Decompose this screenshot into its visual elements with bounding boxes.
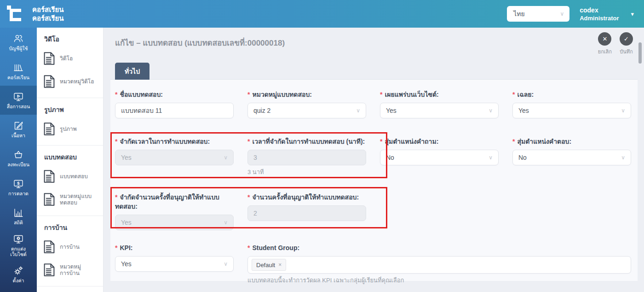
- monitor-play-icon: [12, 91, 24, 102]
- tag-label: Default: [256, 262, 275, 269]
- menu-item-video[interactable]: วิดีโอ: [37, 47, 103, 70]
- required-asterisk: *: [247, 91, 250, 98]
- chevron-down-icon: ∨: [621, 154, 625, 161]
- quiz-category-select[interactable]: quiz 2 ∨: [247, 103, 366, 118]
- cancel-button[interactable]: ✕ ยกเลิก: [598, 32, 612, 56]
- sidebar-item-statistics[interactable]: สถิติ: [0, 202, 37, 231]
- sidebar-item-label: ตั้งค่า: [13, 278, 24, 283]
- shuffle-answers-select[interactable]: No ∨: [512, 150, 631, 165]
- field-value: Yes: [386, 107, 397, 114]
- users-icon: [12, 33, 24, 44]
- icon-sidebar: บัญชีผู้ใช้ คอร์สเรียน สื่อการสอน เนื้อห…: [0, 28, 37, 292]
- shuffle-questions-select[interactable]: No ∨: [380, 150, 499, 165]
- sidebar-item-register[interactable]: ลงทะเบียน: [0, 144, 37, 173]
- menu-item-homework-category[interactable]: หมวดหมู่การบ้าน: [37, 258, 103, 281]
- brand[interactable]: คอร์สเรียน คอร์สเรียน: [6, 5, 63, 23]
- menu-item-video-category[interactable]: หมวดหมู่วิดีโอ: [37, 70, 103, 93]
- field-shuffle-questions: *สุ่มตำแหน่งคำถาม: No ∨: [380, 137, 499, 176]
- menu-section-quiz: แบบทดสอบ แบบทดสอบ หมวดหมู่แบบทดสอบ: [37, 146, 103, 216]
- student-group-tag: Default ×: [252, 259, 286, 271]
- student-group-multiselect[interactable]: Default ×: [247, 256, 631, 274]
- chevron-down-icon: ∨: [489, 107, 493, 114]
- field-label: หมวดหมู่แบบทดสอบ:: [252, 91, 312, 98]
- required-asterisk: *: [115, 138, 117, 145]
- publish-select[interactable]: Yes ∨: [380, 103, 499, 118]
- kpi-select[interactable]: Yes ∨: [115, 256, 234, 272]
- chevron-down-icon: ∨: [224, 219, 228, 226]
- language-select[interactable]: ไทย ∨: [507, 6, 569, 22]
- pencil-document-icon: [12, 120, 24, 131]
- required-asterisk: *: [115, 244, 117, 251]
- field-value: 3: [253, 154, 257, 161]
- sidebar-item-marketing[interactable]: $ การตลาด: [0, 173, 37, 202]
- user-name: codex: [580, 6, 619, 14]
- field-quiz-category: *หมวดหมู่แบบทดสอบ: quiz 2 ∨: [247, 90, 366, 118]
- field-value: 2: [253, 210, 257, 217]
- sidebar-item-teaching-media[interactable]: สื่อการสอน: [0, 86, 37, 115]
- sidebar-item-label: คอร์สเรียน: [7, 75, 29, 80]
- field-attempt-limit-enabled: *จำกัดจำนวนครั้งที่อนุญาติให้ทำแบบทดสอบ:…: [115, 193, 234, 230]
- field-publish: *เผยแพร่บนเว็บไซต์: Yes ∨: [380, 90, 499, 118]
- field-time-limit-minutes: *เวลาที่จำกัดในการทำแบบทดสอบ (นาที): 3 3…: [247, 137, 366, 176]
- tab-general[interactable]: ทั่วไป: [115, 63, 150, 80]
- field-shuffle-answers: *สุ่มตำแหน่งคำตอบ: No ∨: [512, 137, 631, 176]
- topbar: คอร์สเรียน คอร์สเรียน ไทย ∨ codex Admini…: [0, 0, 644, 28]
- field-value: Yes: [518, 107, 529, 114]
- chevron-down-icon: ∨: [489, 154, 493, 161]
- sidebar-item-settings[interactable]: ตั้งค่า: [0, 260, 37, 289]
- menu-item-homework[interactable]: การบ้าน: [37, 235, 103, 258]
- sidebar-item-user-accounts[interactable]: บัญชีผู้ใช้: [0, 28, 37, 57]
- field-value: Yes: [121, 219, 132, 226]
- field-value: Yes: [121, 154, 132, 161]
- field-value: แบบทดสอบ 11: [121, 105, 162, 116]
- sidebar-item-label: บัญชีผู้ใช้: [9, 46, 28, 51]
- document-icon: [43, 240, 55, 254]
- sidebar-item-website-design[interactable]: ตกแต่ง เว็บไซต์: [0, 231, 37, 260]
- required-asterisk: *: [247, 193, 250, 201]
- svg-text:$: $: [17, 181, 20, 186]
- field-label: เวลาที่จำกัดในการทำแบบทดสอบ (นาที):: [252, 138, 365, 145]
- time-limit-enabled-select: Yes ∨: [115, 150, 234, 165]
- quiz-name-input[interactable]: แบบทดสอบ 11: [115, 103, 234, 118]
- document-icon: [43, 169, 55, 183]
- field-student-group: *Student Group: Default × แบบทดสอบนี้จะท…: [247, 243, 631, 284]
- menu-section-title: แบบทดสอบ: [37, 152, 103, 165]
- answer-key-select[interactable]: Yes ∨: [512, 103, 631, 118]
- sidebar-item-label: สื่อการสอน: [7, 104, 30, 109]
- menu-sidebar: วิดีโอ วิดีโอ หมวดหมู่วิดีโอ รูปภาพ: [37, 28, 104, 292]
- save-button[interactable]: ✓ บันทึก: [620, 32, 633, 56]
- required-asterisk: *: [247, 244, 250, 251]
- books-icon: [12, 62, 24, 73]
- field-label: สุ่มตำแหน่งคำถาม:: [385, 138, 438, 145]
- brand-title: คอร์สเรียน คอร์สเรียน: [32, 5, 63, 23]
- document-icon: [43, 75, 55, 88]
- user-menu[interactable]: codex Administrator ▾: [580, 6, 634, 22]
- menu-item-quiz-category[interactable]: หมวดหมู่แบบทดสอบ: [37, 188, 103, 211]
- scrollbar-thumb[interactable]: [638, 42, 642, 64]
- field-label: สุ่มตำแหน่งคำตอบ:: [517, 138, 571, 145]
- required-asterisk: *: [115, 193, 117, 201]
- sidebar-item-label: สถิติ: [14, 220, 23, 225]
- field-kpi: *KPI: Yes ∨: [115, 243, 234, 284]
- document-icon: [43, 263, 55, 277]
- field-attempt-limit-count: *จำนวนครั้งที่อนุญาติให้ทำแบบทดสอบ: 2: [247, 193, 366, 230]
- field-label: ชื่อแบบทดสอบ:: [120, 91, 163, 98]
- field-label: จำกัดเวลาในการทำแบบทดสอบ:: [120, 138, 210, 145]
- field-label: KPI:: [120, 244, 132, 251]
- form-panel: *ชื่อแบบทดสอบ: แบบทดสอบ 11 *หมวดหมู่แบบท…: [110, 79, 638, 281]
- menu-section-title: วิดีโอ: [37, 34, 103, 47]
- sidebar-item-courses[interactable]: คอร์สเรียน: [0, 57, 37, 86]
- sidebar-item-content[interactable]: เนื้อหา: [0, 115, 37, 144]
- menu-section-title: รูปภาพ: [37, 105, 103, 117]
- menu-item-image[interactable]: รูปภาพ: [37, 117, 103, 140]
- field-label: จำกัดจำนวนครั้งที่อนุญาติให้ทำแบบทดสอบ:: [115, 193, 219, 210]
- remove-tag-icon[interactable]: ×: [278, 262, 282, 268]
- menu-item-quiz[interactable]: แบบทดสอบ: [37, 165, 103, 188]
- form-row-1: *ชื่อแบบทดสอบ: แบบทดสอบ 11 *หมวดหมู่แบบท…: [115, 90, 631, 118]
- field-label: จำนวนครั้งที่อนุญาติให้ทำแบบทดสอบ:: [252, 193, 359, 201]
- sidebar-item-label: เนื้อหา: [12, 133, 25, 138]
- brand-line2: คอร์สเรียน: [32, 14, 63, 23]
- basket-icon: [12, 149, 24, 160]
- sidebar-item-label: การตลาด: [8, 191, 29, 196]
- field-helper: แบบทดสอบนี้จะทำการวัดผล KPI เฉพาะกลุ่มผู…: [247, 276, 631, 284]
